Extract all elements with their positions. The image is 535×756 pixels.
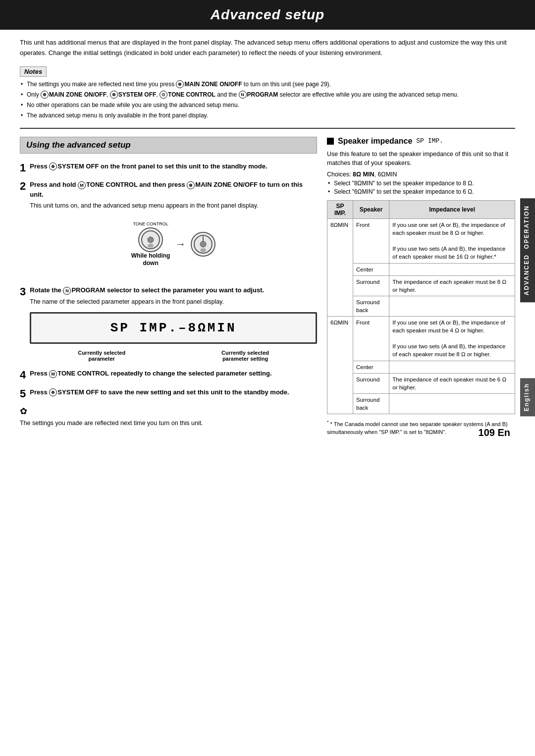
cell-front-8: Front [353,219,389,263]
table-row-6min-surround: Surround The impedance of each speaker m… [327,373,515,393]
step-4: 4 Press MTONE CONTROL repeatedly to chan… [20,369,317,380]
system-off-circle: ⊕ [49,162,57,170]
sp-imp-title: Speaker impedance SP IMP. [327,137,515,146]
tone-control-label: TONE CONTROL [133,221,168,226]
display-box: SP IMP.–8ΩMIN [30,312,317,344]
sp-desc: Use this feature to set the speaker impe… [327,150,515,168]
svg-point-1 [148,244,154,248]
table-row-8min-center: Center [327,263,515,275]
system-off-icon-2: ⊗ [110,91,118,99]
step-4-title: Press MTONE CONTROL repeatedly to change… [30,369,317,378]
step-3-content: Rotate the NPROGRAM selector to select t… [30,285,317,362]
cell-front-8-imp: If you use one set (A or B), the impedan… [389,219,515,263]
step-2-title: Press and hold MTONE CONTROL and then pr… [30,180,317,199]
holding-down-text: While holdingdown [131,252,170,268]
choice-list: Select "8ΩMIN" to set the speaker impeda… [327,180,515,195]
cell-6min: 6ΩMIN [327,317,353,414]
knob-2 [191,232,215,257]
intro-paragraph: This unit has additional menus that are … [20,38,515,58]
program-circle: N [63,287,71,295]
table-row-6min-front: 6ΩMIN Front If you use one set (A or B),… [327,317,515,361]
step-1-title: Press ⊕SYSTEM OFF on the front panel to … [30,162,317,171]
step-5-title: Press ⊕SYSTEM OFF to save the new settin… [30,387,317,397]
step-4-content: Press MTONE CONTROL repeatedly to change… [30,369,317,380]
step-number-5: 5 [20,387,26,400]
cell-surroundback-6-imp [389,393,515,414]
cell-8min: 8ΩMIN [327,219,353,317]
col-impedance: Impedance level [389,201,515,219]
advanced-operation-tab: ADVANCED OPERATION [520,198,535,302]
svg-point-2 [148,237,154,243]
step-3: 3 Rotate the NPROGRAM selector to select… [20,285,317,362]
sunflower-icon: ✿ [20,406,317,417]
impedance-table: SP IMP. Speaker Impedance level 8ΩMIN Fr… [327,200,515,414]
svg-point-4 [200,248,206,252]
step-3-desc: The name of the selected parameter appea… [30,297,317,307]
note-item-2: Only ⊕MAIN ZONE ON/OFF, ⊗SYSTEM OFF, ⊙TO… [20,90,515,99]
cell-front-6: Front [353,317,389,361]
cell-surroundback-8: Surround back [353,296,389,316]
choice-2: Select "6ΩMIN" to set the speaker impeda… [327,188,515,195]
note-item-3: No other operations can be made while yo… [20,101,515,109]
two-col-layout: Using the advanced setup 1 Press ⊕SYSTEM… [20,137,515,436]
step-2-diagram: TONE CONTROL While holdingdown [30,216,317,272]
choices-text: Choices: 8Ω MIN, 6ΩMIN [327,171,515,178]
note-item-4: The advanced setup menu is only availabl… [20,111,515,120]
cell-surroundback-8-imp [389,296,515,316]
section-divider [20,128,515,129]
knob-2-svg [193,234,213,254]
table-row-8min-front: 8ΩMIN Front If you use one set (A or B),… [327,219,515,263]
main-zone-icon-1: ⊛ [176,80,184,88]
cell-surround-6-imp: The impedance of each speaker must be 6 … [389,373,515,393]
step-2-desc: This unit turns on, and the advanced set… [30,201,317,211]
arrow-icon: → [175,238,186,251]
notes-title: Notes [20,66,47,77]
table-row-8min-surroundback: Surround back [327,296,515,316]
choice-1: Select "8ΩMIN" to set the speaker impeda… [327,180,515,187]
step-number-2: 2 [20,180,26,193]
tone-ctrl-circle: M [78,181,86,189]
step-number-4: 4 [20,369,26,381]
display-label-left: Currently selected parameter [78,350,125,362]
system-off-circle-5: ⊕ [49,388,57,396]
page-wrapper: Advanced setup This unit has additional … [0,0,535,446]
step-3-title: Rotate the NPROGRAM selector to select t… [30,285,317,295]
right-column: Speaker impedance SP IMP. Use this featu… [327,137,515,436]
note-item-1: The settings you make are reflected next… [20,80,515,89]
step-2-content: Press and hold MTONE CONTROL and then pr… [30,180,317,278]
svg-point-5 [200,241,206,247]
main-zone-diagram [191,232,215,257]
main-content: This unit has additional menus that are … [0,38,535,446]
display-labels: Currently selected parameter Currently s… [30,350,317,362]
knob-1 [138,227,163,252]
step-number-1: 1 [20,162,26,174]
cell-surround-8: Surround [353,275,389,296]
tone-ctrl-circle-4: M [49,370,57,378]
cell-center-6-imp [389,361,515,373]
page-title: Advanced setup [0,0,535,30]
step-number-3: 3 [20,285,26,298]
step-2: 2 Press and hold MTONE CONTROL and then … [20,180,317,278]
program-icon-note: N [239,91,247,99]
notes-list: The settings you make are reflected next… [20,80,515,120]
cell-front-6-imp: If you use one set (A or B), the impedan… [389,317,515,361]
step-1: 1 Press ⊕SYSTEM OFF on the front panel t… [20,162,317,173]
sp-imp-heading: Speaker impedance [338,137,412,146]
section-heading: Using the advanced setup [20,137,317,154]
cell-center-8-imp [389,263,515,275]
sp-imp-mono: SP IMP. [416,137,443,145]
tone-control-icon-note: ⊙ [160,91,167,99]
table-row-6min-center: Center [327,361,515,373]
knob-1-svg [141,230,160,250]
col-sp-imp: SP IMP. [327,201,353,219]
cell-center-6: Center [353,361,389,373]
step-1-content: Press ⊕SYSTEM OFF on the front panel to … [30,162,317,173]
display-label-right: Currently selected parameter setting [221,350,269,362]
table-row-8min-surround: Surround The impedance of each speaker m… [327,275,515,296]
black-square-icon [327,138,334,145]
main-zone-circle: ⊛ [187,181,195,189]
final-note-area: ✿ The settings you made are reflected ne… [20,406,317,428]
page-number: 109 En [479,427,510,438]
final-note-text: The settings you made are reflected next… [20,419,317,428]
cell-center-8: Center [353,263,389,275]
